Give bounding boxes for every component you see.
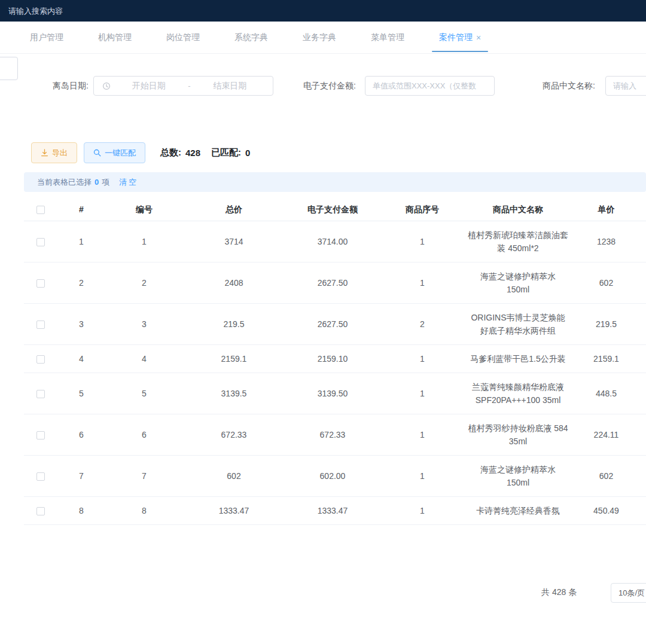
cell-total-price: 3714	[183, 228, 285, 255]
cell-code: 2	[105, 269, 183, 297]
selection-suffix: 项	[102, 177, 109, 188]
cell-total-price: 672.33	[183, 421, 285, 448]
cell-product-name: 海蓝之谜修护精萃水 150ml	[464, 263, 572, 303]
table-row: 553139.53139.501兰蔻菁纯臻颜精华粉底液SPF20PA+++100…	[24, 373, 646, 414]
select-all-checkbox[interactable]	[36, 206, 45, 214]
cell-epay-amount: 3714.00	[285, 228, 380, 255]
clock-icon	[102, 82, 111, 90]
cell-index: 3	[57, 310, 105, 338]
top-navbar	[0, 0, 646, 22]
selection-prefix: 当前表格已选择	[37, 177, 92, 188]
cell-epay-amount: 672.33	[285, 421, 380, 448]
clear-selection-link[interactable]: 清空	[119, 177, 138, 188]
row-checkbox[interactable]	[36, 390, 45, 398]
one-click-match-button[interactable]: 一键匹配	[84, 142, 145, 163]
tab-business-dict[interactable]: 业务字典	[295, 22, 343, 53]
cell-index: 6	[57, 421, 105, 448]
column-header: 编号	[105, 203, 183, 216]
export-button[interactable]: 导出	[31, 142, 77, 163]
row-checkbox[interactable]	[36, 279, 45, 288]
cell-unit-price: 224.11	[572, 421, 641, 448]
cell-total-price: 3139.5	[183, 380, 285, 407]
total-label: 总数:	[160, 147, 181, 158]
cell-total-price: 2159.1	[183, 345, 285, 373]
cell-code: 4	[105, 345, 183, 373]
row-checkbox[interactable]	[36, 472, 45, 481]
row-checkbox[interactable]	[36, 321, 45, 329]
cell-product-seq: 1	[380, 497, 464, 524]
cell-product-name: 卡诗菁纯亮泽经典香氛	[464, 497, 572, 524]
tab-label: 案件管理	[439, 32, 473, 43]
table-row: 881333.471333.471卡诗菁纯亮泽经典香氛450.49	[24, 497, 646, 525]
column-header: #	[57, 203, 105, 216]
matched-label: 已匹配:	[211, 147, 241, 158]
cell-code: 8	[105, 497, 183, 524]
cell-epay-amount: 602.00	[285, 462, 380, 490]
cell-product-seq: 1	[380, 269, 464, 297]
start-date-placeholder[interactable]: 开始日期	[112, 81, 185, 91]
end-date-placeholder[interactable]: 结束日期	[193, 81, 267, 91]
search-icon	[93, 149, 101, 157]
cell-product-seq: 1	[380, 345, 464, 373]
cell-unit-price: 219.5	[572, 310, 641, 338]
table-header-row: #编号总价电子支付金额商品序号商品中文名称单价	[24, 197, 646, 221]
tab-label: 岗位管理	[166, 32, 200, 43]
cell-epay-amount: 2627.50	[285, 310, 380, 338]
table-row: 66672.33672.331植村秀羽纱持妆粉底液 584 35ml224.11	[24, 414, 646, 456]
page-size-value: 10条/页	[618, 588, 645, 599]
cell-unit-price: 1238	[572, 228, 641, 255]
column-header: 单价	[572, 203, 641, 216]
cell-unit-price: 2159.1	[572, 345, 641, 373]
table-row: 1137143714.001植村秀新琥珀臻萃洁颜油套装 450ml*21238	[24, 221, 646, 263]
cell-product-name: 马爹利蓝带干邑1.5公升装	[464, 345, 572, 373]
row-checkbox[interactable]	[36, 238, 45, 246]
cell-product-name: 海蓝之谜修护精萃水 150ml	[464, 456, 572, 496]
cell-product-name: 植村秀羽纱持妆粉底液 584 35ml	[464, 414, 572, 455]
cell-index: 2	[57, 269, 105, 297]
table-row: 77602602.001海蓝之谜修护精萃水 150ml602	[24, 456, 646, 497]
product-name-input[interactable]	[605, 76, 646, 96]
date-filter-label: 离岛日期:	[53, 76, 89, 96]
tab-menu-mgmt[interactable]: 菜单管理	[364, 22, 412, 53]
tab-post-mgmt[interactable]: 岗位管理	[159, 22, 207, 53]
cell-epay-amount: 2627.50	[285, 269, 380, 297]
cell-product-name: 兰蔻菁纯臻颜精华粉底液SPF20PA+++100 35ml	[464, 373, 572, 414]
cell-product-seq: 1	[380, 228, 464, 255]
tab-system-dict[interactable]: 系统字典	[227, 22, 275, 53]
cell-total-price: 1333.47	[183, 497, 285, 524]
total-value: 428	[185, 148, 200, 158]
row-checkbox[interactable]	[36, 431, 45, 439]
tab-label: 机构管理	[98, 32, 132, 43]
date-range-picker[interactable]: 开始日期 - 结束日期	[93, 76, 273, 96]
cell-code: 7	[105, 462, 183, 490]
row-checkbox[interactable]	[36, 507, 45, 515]
column-header: 商品序号	[380, 203, 464, 216]
date-range-separator: -	[185, 81, 193, 90]
tab-user-mgmt[interactable]: 用户管理	[23, 22, 71, 53]
pagination-total: 共 428 条	[541, 587, 577, 598]
selection-info-bar: 当前表格已选择 0 项 清空	[24, 172, 646, 192]
cell-index: 4	[57, 345, 105, 373]
tab-label: 业务字典	[303, 32, 336, 43]
tab-bar: 用户管理机构管理岗位管理系统字典业务字典菜单管理案件管理×	[0, 22, 646, 54]
cell-code: 6	[105, 421, 183, 448]
global-search-input[interactable]	[8, 7, 188, 16]
tab-close-icon[interactable]: ×	[476, 33, 481, 42]
epay-amount-input[interactable]	[365, 76, 495, 96]
cell-index: 8	[57, 497, 105, 524]
column-header: 电子支付金额	[285, 203, 380, 216]
cell-epay-amount: 1333.47	[285, 497, 380, 524]
cell-index: 5	[57, 380, 105, 407]
tab-org-mgmt[interactable]: 机构管理	[91, 22, 139, 53]
cell-unit-price: 602	[572, 269, 641, 297]
export-icon	[41, 149, 48, 157]
row-checkbox[interactable]	[36, 355, 45, 364]
tab-label: 用户管理	[30, 32, 63, 43]
cell-product-name: ORIGINS韦博士灵芝焕能好底子精华水两件组	[464, 304, 572, 344]
cell-unit-price: 602	[572, 462, 641, 490]
tab-case-mgmt[interactable]: 案件管理×	[432, 22, 488, 53]
cell-total-price: 2408	[183, 269, 285, 297]
collapsed-panel-fragment[interactable]	[0, 57, 18, 80]
page-size-select[interactable]: 10条/页	[611, 583, 646, 603]
match-stats: 总数: 428 已匹配: 0	[160, 142, 250, 163]
